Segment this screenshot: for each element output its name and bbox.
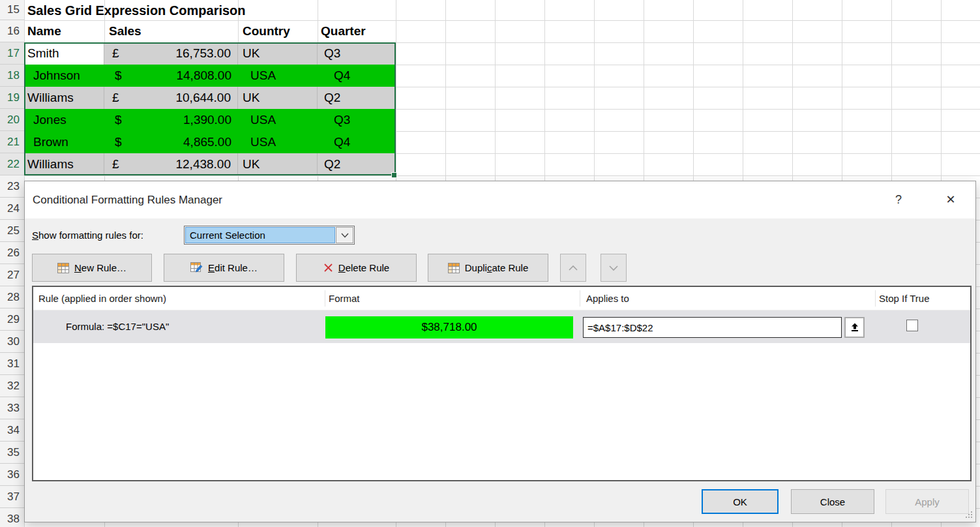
fill-handle[interactable]: [391, 172, 397, 178]
dropdown-arrow-button[interactable]: [336, 227, 353, 243]
list-header-stop-if-true: Stop If True: [879, 287, 930, 310]
duplicate-rule-button[interactable]: Duplicate Rule: [428, 254, 548, 282]
collapse-dialog-arrow-icon: [850, 323, 859, 332]
amount: 4,865.00: [183, 135, 231, 149]
cell-quarter[interactable]: Q2: [318, 153, 396, 175]
applies-to-input[interactable]: [583, 317, 842, 338]
sheet-title-cell[interactable]: Sales Grid Expression Comparison: [27, 1, 246, 20]
row-number[interactable]: 18: [0, 65, 24, 87]
cell-sales[interactable]: $1,390.00: [104, 109, 238, 131]
amount: 1,390.00: [183, 113, 231, 127]
label-accel: S: [32, 230, 38, 241]
cell-country[interactable]: UK: [238, 42, 318, 65]
apply-button[interactable]: Apply: [885, 489, 969, 514]
row-number[interactable]: 32: [0, 375, 24, 397]
cell-name[interactable]: Williams: [24, 87, 104, 109]
table-row[interactable]: Williams £12,438.00 UK Q2: [24, 153, 396, 175]
cell-country[interactable]: UK: [238, 153, 318, 175]
move-rule-up-button[interactable]: [560, 254, 586, 282]
row-number[interactable]: 31: [0, 353, 24, 375]
cell-sales[interactable]: £16,753.00: [104, 42, 238, 65]
dropdown-selected-value: Current Selection: [185, 227, 335, 243]
move-rule-down-button[interactable]: [601, 254, 627, 282]
column-header-quarter[interactable]: Quarter: [321, 20, 366, 42]
row-number[interactable]: 15: [0, 0, 24, 20]
show-rules-dropdown[interactable]: Current Selection: [184, 226, 355, 245]
table-row[interactable]: Johnson $14,808.00 USA Q4: [24, 65, 396, 87]
cell-sales[interactable]: £12,438.00: [104, 153, 238, 175]
column-header-sales[interactable]: Sales: [109, 20, 141, 42]
conditional-formatting-rules-manager-dialog: Conditional Formatting Rules Manager ? ✕…: [24, 181, 976, 522]
cell-country[interactable]: USA: [238, 65, 318, 87]
cell-quarter[interactable]: Q4: [318, 65, 396, 87]
row-number[interactable]: 27: [0, 264, 24, 286]
row-number[interactable]: 22: [0, 153, 24, 175]
chevron-down-icon: [608, 265, 619, 271]
row-number[interactable]: 21: [0, 131, 24, 153]
currency-symbol: £: [112, 157, 119, 172]
rule-row-selected[interactable]: Formula: =$C17="USA" $38,718.00: [33, 310, 970, 343]
row-number[interactable]: 38: [0, 508, 24, 527]
table-row[interactable]: Brown $4,865.00 USA Q4: [24, 131, 396, 153]
dialog-titlebar[interactable]: Conditional Formatting Rules Manager ? ✕: [25, 181, 975, 218]
row-number[interactable]: 16: [0, 20, 24, 42]
row-number[interactable]: 34: [0, 419, 24, 442]
collapse-range-picker-button[interactable]: [844, 317, 865, 338]
cell-country[interactable]: USA: [238, 131, 318, 153]
cell-country[interactable]: USA: [238, 109, 318, 131]
row-number[interactable]: 30: [0, 331, 24, 353]
row-number[interactable]: 24: [0, 198, 24, 220]
row-number[interactable]: 23: [0, 175, 24, 198]
row-number[interactable]: 35: [0, 442, 24, 464]
row-number[interactable]: 19: [0, 87, 24, 109]
cell-sales[interactable]: $14,808.00: [104, 65, 238, 87]
rules-list: Rule (applied in order shown) Format App…: [32, 286, 972, 481]
button-label: Duplicate Rule: [465, 262, 529, 273]
cell-name[interactable]: Brown: [24, 131, 104, 153]
table-row[interactable]: Jones $1,390.00 USA Q3: [24, 109, 396, 131]
currency-symbol: £: [112, 91, 119, 105]
cell-quarter[interactable]: Q3: [318, 42, 396, 65]
cell-quarter[interactable]: Q3: [318, 109, 396, 131]
row-number[interactable]: 36: [0, 464, 24, 486]
list-header-format: Format: [329, 287, 360, 310]
button-label: Edit Rule…: [208, 262, 258, 273]
table-row[interactable]: Williams £10,644.00 UK Q2: [24, 87, 396, 109]
cell-quarter[interactable]: Q4: [318, 131, 396, 153]
cell-name[interactable]: Johnson: [24, 65, 104, 87]
edit-rule-button[interactable]: Edit Rule…: [164, 254, 284, 282]
row-number[interactable]: 37: [0, 486, 24, 508]
cell-quarter[interactable]: Q2: [318, 87, 396, 109]
format-preview-swatch: $38,718.00: [325, 316, 573, 339]
row-number[interactable]: 26: [0, 242, 24, 264]
cell-sales[interactable]: $4,865.00: [104, 131, 238, 153]
cell-country[interactable]: UK: [238, 87, 318, 109]
table-row[interactable]: Smith £16,753.00 UK Q3: [24, 42, 396, 65]
column-header-name[interactable]: Name: [27, 20, 61, 42]
row-number[interactable]: 33: [0, 397, 24, 419]
help-icon[interactable]: ?: [891, 181, 906, 218]
cell-name[interactable]: Jones: [24, 109, 104, 131]
stop-if-true-checkbox[interactable]: [906, 320, 918, 331]
row-number[interactable]: 25: [0, 220, 24, 242]
row-number[interactable]: 28: [0, 286, 24, 309]
cell-name[interactable]: Smith: [24, 42, 104, 65]
close-icon[interactable]: ✕: [942, 181, 960, 218]
ok-button[interactable]: OK: [702, 489, 779, 514]
row-number[interactable]: 20: [0, 109, 24, 131]
delete-rule-button[interactable]: Delete Rule: [296, 254, 417, 282]
cell-name[interactable]: Williams: [24, 153, 104, 175]
amount: 10,644.00: [175, 91, 231, 105]
close-button[interactable]: Close: [791, 489, 874, 514]
amount: 12,438.00: [175, 157, 231, 172]
resize-grip[interactable]: [964, 510, 973, 519]
row-number[interactable]: 29: [0, 309, 24, 331]
header-separator: [325, 290, 325, 307]
row-number[interactable]: 17: [0, 42, 24, 65]
row-header-column: 15 16 17 18 19 20 21 22 23 24 25 26 27 2…: [0, 0, 24, 527]
rule-description: Formula: =$C17="USA": [66, 310, 169, 343]
table-grid-icon: [57, 263, 69, 273]
cell-sales[interactable]: £10,644.00: [104, 87, 238, 109]
column-header-country[interactable]: Country: [243, 20, 290, 42]
new-rule-button[interactable]: New Rule…: [32, 254, 152, 282]
